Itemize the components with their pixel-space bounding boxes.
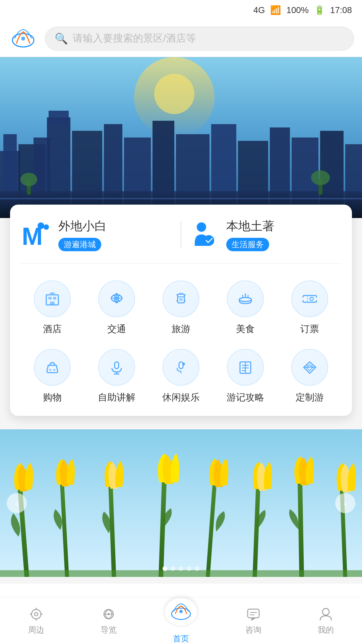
time-display: 17:08 — [330, 5, 352, 15]
svg-rect-108 — [248, 609, 259, 618]
battery-icon: 🔋 — [314, 5, 325, 15]
service-guide[interactable]: 游记攻略 — [213, 349, 278, 404]
service-hotel[interactable]: 酒店 — [20, 280, 84, 335]
visitor-icon: M — [20, 220, 50, 250]
hero-banner — [0, 57, 362, 218]
dot-3[interactable] — [179, 566, 183, 571]
svg-point-98 — [35, 612, 38, 616]
custom-icon — [291, 349, 328, 386]
svg-rect-95 — [0, 570, 362, 577]
svg-rect-35 — [53, 297, 56, 300]
service-custom[interactable]: 定制游 — [278, 349, 342, 404]
svg-point-107 — [179, 610, 183, 613]
nav-consult[interactable]: 咨询 — [217, 597, 290, 644]
local-title: 本地土著 — [226, 218, 275, 234]
food-label: 美食 — [236, 323, 255, 335]
ticket-label: 订票 — [300, 323, 319, 335]
visitor-title: 外地小白 — [58, 218, 107, 234]
search-icon: 🔍 — [55, 32, 68, 45]
svg-rect-50 — [179, 298, 183, 301]
dot-1[interactable] — [163, 566, 167, 571]
svg-line-90 — [161, 481, 164, 577]
banner-dots — [163, 566, 199, 571]
guide-nav-icon — [101, 606, 116, 622]
signal-bars: 📶 — [270, 5, 281, 15]
mine-icon — [318, 606, 334, 622]
service-transport[interactable]: 交通 — [84, 280, 149, 335]
custom-label: 定制游 — [296, 391, 324, 404]
svg-point-60 — [310, 297, 313, 301]
svg-rect-36 — [50, 302, 55, 305]
ticket-icon — [291, 280, 328, 317]
nav-home[interactable]: 首页 — [145, 597, 217, 644]
svg-point-24 — [20, 173, 37, 186]
svg-point-32 — [203, 235, 214, 246]
svg-point-105 — [108, 613, 110, 615]
nav-nearby-label: 周边 — [28, 625, 44, 635]
service-audio[interactable]: 自助讲解 — [84, 349, 149, 404]
home-logo — [164, 597, 198, 627]
guide-icon — [227, 349, 264, 386]
dot-5[interactable] — [195, 566, 199, 571]
consult-icon — [246, 606, 261, 622]
shopping-icon — [34, 349, 71, 386]
transport-label: 交通 — [107, 323, 126, 335]
svg-point-97 — [32, 609, 41, 619]
local-badge: 生活服务 — [226, 238, 269, 251]
nav-mine-label: 我的 — [318, 625, 334, 635]
user-types-section: M 外地小白 游遍港城 — [20, 218, 342, 264]
user-type-local[interactable]: 本地土著 生活服务 — [188, 218, 342, 251]
shopping-label: 购物 — [43, 391, 62, 404]
service-food[interactable]: 美食 — [213, 280, 278, 335]
dot-4[interactable] — [187, 566, 191, 571]
nav-nearby[interactable]: 周边 — [0, 597, 72, 644]
svg-point-4 — [154, 74, 194, 114]
search-bar[interactable]: 🔍 请输入要搜索的景区/酒店等 — [45, 26, 354, 51]
audio-label: 自助讲解 — [98, 391, 135, 404]
status-bar: 4G 📶 100% 🔋 17:08 — [0, 0, 362, 20]
svg-rect-86 — [0, 429, 362, 577]
travel-label: 旅游 — [172, 323, 190, 335]
user-type-visitor[interactable]: M 外地小白 游遍港城 — [20, 218, 174, 251]
local-icon — [188, 220, 218, 250]
svg-point-26 — [311, 170, 330, 185]
service-shopping[interactable]: 购物 — [20, 349, 84, 404]
svg-point-63 — [302, 298, 304, 300]
svg-point-111 — [322, 608, 329, 615]
nav-guide-label: 导览 — [101, 625, 117, 635]
entertainment-icon — [163, 349, 199, 386]
svg-rect-10 — [49, 111, 69, 124]
food-icon — [227, 280, 264, 317]
transport-icon — [98, 280, 135, 317]
svg-rect-67 — [115, 362, 119, 369]
nav-mine[interactable]: 我的 — [290, 597, 362, 644]
svg-point-66 — [53, 369, 55, 371]
entertainment-label: 休闲娱乐 — [162, 391, 200, 404]
type-divider — [181, 221, 181, 248]
svg-point-55 — [239, 298, 251, 302]
svg-point-29 — [38, 222, 44, 229]
service-travel[interactable]: 旅游 — [149, 280, 213, 335]
service-entertainment[interactable]: 休闲娱乐 — [149, 349, 213, 404]
visitor-info: 外地小白 游遍港城 — [58, 218, 107, 251]
app-logo[interactable] — [8, 25, 38, 52]
search-input[interactable]: 请输入要搜索的景区/酒店等 — [73, 32, 196, 45]
banner-next-button[interactable]: › — [335, 493, 355, 513]
svg-rect-70 — [179, 362, 183, 369]
nearby-icon — [28, 606, 44, 622]
header: 🔍 请输入要搜索的景区/酒店等 — [0, 20, 362, 57]
banner-prev-button[interactable]: ‹ — [7, 493, 27, 513]
hotel-label: 酒店 — [43, 323, 62, 335]
nav-consult-label: 咨询 — [245, 625, 261, 635]
nav-guide[interactable]: 导览 — [72, 597, 145, 644]
audio-icon — [98, 349, 135, 386]
svg-rect-27 — [0, 198, 362, 199]
hotel-icon — [34, 280, 71, 317]
svg-point-64 — [315, 298, 318, 300]
nav-home-label: 首页 — [173, 633, 189, 644]
dot-2[interactable] — [171, 566, 175, 571]
svg-point-65 — [49, 369, 51, 371]
service-ticket[interactable]: 订票 — [278, 280, 342, 335]
svg-line-93 — [300, 483, 302, 577]
flower-banner: ‹ › — [0, 429, 362, 577]
